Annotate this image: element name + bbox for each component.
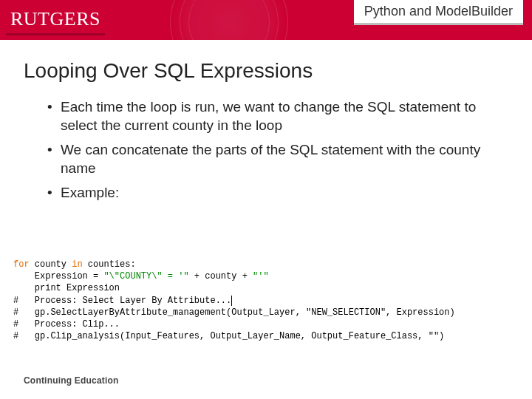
brand-logo: RUTGERS — [6, 4, 105, 35]
footer-text: Continuing Education — [24, 375, 119, 386]
code-token: county — [35, 259, 66, 270]
bullet-item: Each time the loop is run, we want to ch… — [47, 98, 492, 134]
code-keyword: for — [13, 259, 30, 270]
code-string: "'" — [253, 271, 269, 282]
code-example: for county in counties: Expression = "\"… — [13, 259, 522, 342]
code-token: print Expression — [13, 283, 120, 293]
header-course-label: Python and ModelBuilder — [354, 0, 523, 25]
bullet-item: We can concatenate the parts of the SQL … — [47, 140, 492, 177]
code-comment: # gp.Clip_analysis(Input_Features, Outpu… — [13, 331, 444, 341]
code-comment: # Process: Clip... — [13, 319, 120, 330]
code-keyword: in — [72, 259, 82, 270]
code-string: "\"COUNTY\" = '" — [103, 271, 188, 282]
bullet-item: Example: — [47, 183, 492, 202]
bullet-list: Each time the loop is run, we want to ch… — [47, 98, 492, 202]
header-band: RUTGERS Python and ModelBuilder — [0, 0, 532, 40]
code-token: Expression = — [13, 271, 103, 282]
code-token: counties: — [88, 259, 136, 270]
code-comment: # gp.SelectLayerByAttribute_management(O… — [13, 307, 455, 318]
code-comment: # Process: Select Layer By Attribute... — [13, 296, 231, 306]
brand-logo-text: RUTGERS — [6, 5, 105, 35]
code-token: + county + — [189, 271, 253, 282]
text-caret-icon — [231, 296, 232, 306]
